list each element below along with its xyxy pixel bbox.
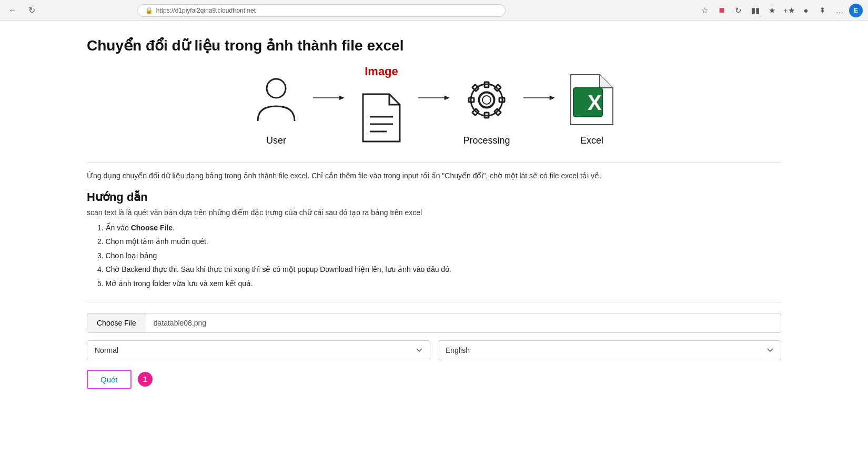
quet-button[interactable]: Quét <box>87 370 132 389</box>
page-title: Chuyển đổi dữ liệu trong ảnh thành file … <box>87 37 781 54</box>
browser-toolbar: ← ↻ 🔒 https://d1piyfai2qina9.cloudfront.… <box>0 0 868 21</box>
image-label: Image <box>365 65 398 78</box>
profile-icon[interactable]: ■ <box>714 3 729 18</box>
split-view-icon[interactable]: ▮▮ <box>748 3 763 18</box>
choose-file-button[interactable]: Choose File <box>87 313 146 332</box>
list-item: 5. Mở ảnh trong folder vừa lưu và xem kế… <box>97 278 781 289</box>
file-name-display: datatable08.png <box>146 313 781 332</box>
add-to-favorites-icon[interactable]: +★ <box>782 3 796 18</box>
favorites-icon[interactable]: ☆ <box>698 3 712 18</box>
language-dropdown[interactable]: English Vietnamese French <box>438 340 781 360</box>
svg-point-0 <box>267 79 286 98</box>
svg-point-18 <box>479 93 494 107</box>
svg-marker-2 <box>339 96 345 100</box>
reload-button[interactable]: ↻ <box>24 3 39 18</box>
page-content: Chuyển đổi dữ liệu trong ảnh thành file … <box>66 21 802 421</box>
svg-marker-7 <box>445 96 450 100</box>
excel-label: Excel <box>580 135 603 146</box>
instructions-list: 1. Ấn vào Choose File. 2. Chọn một tấm ả… <box>87 222 781 289</box>
svg-marker-21 <box>550 96 555 100</box>
document-icon <box>355 89 408 147</box>
user-icon <box>250 71 302 129</box>
toolbar-favorites-icon[interactable]: ★ <box>765 3 780 18</box>
instructions-subtitle: scan text là là quét văn bản dựa trên nh… <box>87 208 781 217</box>
more-menu-icon[interactable]: … <box>832 3 847 18</box>
user-profile-icon[interactable]: E <box>849 4 863 17</box>
description-text: Ứng dụng chuyển đổi dữ liệu dạng bảng tr… <box>87 163 781 180</box>
list-item: 1. Ấn vào Choose File. <box>97 222 781 234</box>
user-label: User <box>266 135 286 146</box>
divider <box>87 302 781 302</box>
instructions-section: Hướng dẫn scan text là là quét văn bản d… <box>87 190 781 289</box>
diagram-excel-item: X Excel <box>560 71 623 146</box>
list-item: 3. Chọn loại bảng <box>97 250 781 261</box>
wechat-icon[interactable]: ● <box>799 3 813 18</box>
instructions-title: Hướng dẫn <box>87 190 781 204</box>
address-bar[interactable]: 🔒 https://d1piyfai2qina9.cloudfront.net <box>137 4 506 17</box>
table-type-dropdown[interactable]: Normal Complex Simple <box>87 340 430 360</box>
arrow-1 <box>308 90 350 106</box>
diagram-user-item: User <box>245 71 308 146</box>
excel-icon: X <box>566 71 618 129</box>
list-item: 2. Chọn một tấm ảnh muốn quét. <box>97 236 781 247</box>
diagram-image-item: Image <box>350 70 413 147</box>
list-item: 4. Chờ Backend thực thi. Sau khi thực th… <box>97 264 781 275</box>
back-button[interactable]: ← <box>5 3 20 18</box>
dropdowns-row: Normal Complex Simple English Vietnamese… <box>87 340 781 360</box>
svg-text:X: X <box>588 91 602 114</box>
file-input-row: Choose File datatable08.png <box>87 313 781 333</box>
processing-label: Processing <box>463 135 510 146</box>
submit-row: Quét 1 <box>87 370 781 389</box>
diagram-section: User Image <box>87 70 781 147</box>
badge-count: 1 <box>138 372 153 387</box>
url-text: https://d1piyfai2qina9.cloudfront.net <box>156 7 256 14</box>
arrow-2 <box>413 90 455 106</box>
arrow-3 <box>518 90 560 106</box>
lock-icon: 🔒 <box>145 7 153 14</box>
gear-icon <box>460 71 513 129</box>
browser-right-icons: ☆ ■ ↻ ▮▮ ★ +★ ● ⇞ … E <box>698 3 863 18</box>
diagram-flow: User Image <box>197 70 671 147</box>
share-icon[interactable]: ⇞ <box>815 3 830 18</box>
diagram-processing-item: Processing <box>455 71 518 146</box>
collections-icon[interactable]: ↻ <box>731 3 746 18</box>
